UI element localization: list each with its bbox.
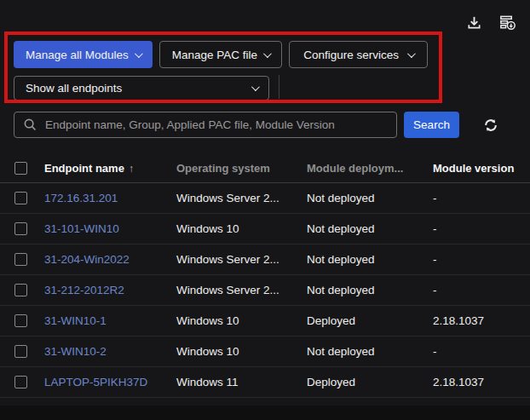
row-checkbox[interactable]	[14, 253, 27, 266]
endpoint-name-link[interactable]: 31-WIN10-1	[44, 314, 107, 327]
module-deployment-history-icon[interactable]	[498, 13, 516, 32]
chevron-down-icon	[263, 49, 272, 58]
module-version-cell: -	[433, 222, 530, 235]
search-button[interactable]: Search	[404, 112, 459, 138]
row-checkbox[interactable]	[14, 376, 27, 388]
column-header-module-deployment[interactable]: Module deploym...	[307, 162, 433, 175]
chevron-down-icon	[407, 49, 416, 58]
row-checkbox[interactable]	[14, 314, 27, 327]
manage-all-modules-label: Manage all Modules	[26, 49, 129, 61]
toolbar-divider	[279, 75, 279, 99]
table-header-row: Endpoint name↑ Operating system Module d…	[0, 153, 530, 183]
endpoint-name-link[interactable]: 31-WIN10-2	[44, 345, 107, 358]
chevron-down-icon	[251, 83, 260, 91]
endpoint-name-link[interactable]: 31-204-Win2022	[44, 253, 130, 266]
select-all-checkbox[interactable]	[14, 162, 27, 175]
table-row: 31-WIN10-2 Windows 10 Not deployed -	[0, 337, 530, 367]
row-checkbox[interactable]	[14, 284, 27, 296]
table-row: LAPTOP-5PIKH37D Windows 11 Deployed 2.18…	[0, 367, 530, 398]
column-header-operating-system[interactable]: Operating system	[176, 162, 307, 175]
operating-system-cell: Windows Server 2...	[176, 253, 307, 266]
module-deployment-cell: Not deployed	[307, 192, 433, 204]
row-checkbox[interactable]	[14, 192, 27, 204]
manage-pac-file-button[interactable]: Manage PAC file	[159, 41, 282, 68]
operating-system-cell: Windows 10	[176, 222, 307, 235]
endpoint-name-link[interactable]: 31-212-2012R2	[44, 284, 124, 296]
chevron-down-icon	[135, 49, 143, 58]
table-row: 31-212-2012R2 Windows Server 2... Not de…	[0, 275, 530, 306]
top-action-bar	[464, 13, 516, 32]
module-deployment-cell: Not deployed	[307, 253, 433, 266]
module-version-cell: -	[433, 345, 530, 358]
refresh-icon[interactable]	[482, 117, 499, 134]
endpoint-name-link[interactable]: LAPTOP-5PIKH37D	[44, 376, 147, 388]
table-row: 31-WIN10-1 Windows 10 Deployed 2.18.1037	[0, 306, 530, 337]
operating-system-cell: Windows 10	[176, 314, 307, 327]
download-icon[interactable]	[464, 13, 483, 32]
module-deployment-cell: Not deployed	[307, 284, 433, 296]
endpoint-name-link[interactable]: 172.16.31.201	[44, 192, 118, 204]
configure-services-label: Configure services	[303, 49, 399, 61]
module-deployment-cell: Not deployed	[307, 222, 433, 235]
search-box[interactable]	[14, 112, 397, 138]
module-deployment-cell: Deployed	[307, 314, 433, 327]
row-checkbox[interactable]	[14, 345, 27, 358]
search-input[interactable]	[45, 118, 388, 131]
endpoint-name-link[interactable]: 31-101-WIN10	[44, 222, 119, 235]
module-version-cell: 2.18.1037	[433, 376, 530, 388]
row-checkbox[interactable]	[14, 222, 27, 235]
module-deployment-cell: Deployed	[307, 376, 433, 388]
column-header-module-version[interactable]: Module version	[433, 162, 530, 175]
configure-services-button[interactable]: Configure services	[289, 41, 428, 68]
module-version-cell: -	[433, 192, 530, 204]
toolbar: Manage all Modules Manage PAC file Confi…	[14, 41, 428, 68]
manage-all-modules-button[interactable]: Manage all Modules	[14, 41, 153, 68]
sort-ascending-icon: ↑	[129, 163, 134, 175]
footer-strip	[0, 406, 530, 420]
operating-system-cell: Windows 11	[176, 376, 307, 388]
endpoint-filter-value: Show all endpoints	[26, 82, 122, 95]
module-version-cell: 2.18.1037	[433, 314, 530, 327]
column-header-endpoint-name[interactable]: Endpoint name↑	[44, 162, 176, 175]
endpoint-filter-dropdown[interactable]: Show all endpoints	[14, 76, 269, 101]
table-row: 31-101-WIN10 Windows 10 Not deployed -	[0, 214, 530, 245]
table-row: 31-204-Win2022 Windows Server 2... Not d…	[0, 245, 530, 275]
module-deployment-cell: Not deployed	[307, 345, 433, 358]
column-header-endpoint-name-label: Endpoint name	[44, 162, 124, 175]
module-version-cell: -	[433, 284, 530, 296]
manage-pac-file-label: Manage PAC file	[172, 49, 257, 61]
search-bar: Search	[14, 112, 516, 138]
module-version-cell: -	[433, 253, 530, 266]
endpoints-table: Endpoint name↑ Operating system Module d…	[0, 153, 530, 398]
operating-system-cell: Windows Server 2...	[176, 192, 307, 204]
operating-system-cell: Windows 10	[176, 345, 307, 358]
search-icon	[23, 118, 37, 132]
operating-system-cell: Windows Server 2...	[176, 284, 307, 296]
table-row: 172.16.31.201 Windows Server 2... Not de…	[0, 183, 530, 214]
